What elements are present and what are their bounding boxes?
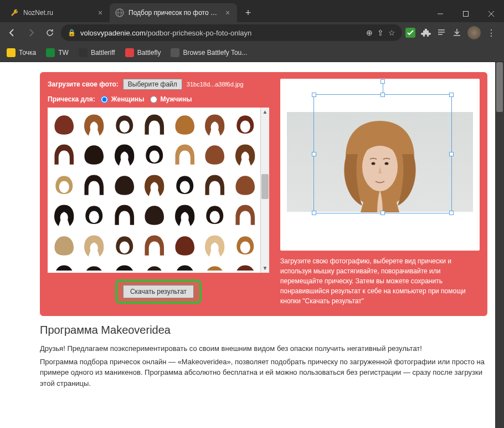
hair-option[interactable]	[171, 170, 199, 198]
resize-handle-se[interactable]	[449, 211, 454, 215]
download-icon[interactable]	[452, 28, 462, 38]
hair-option[interactable]	[201, 201, 229, 229]
menu-icon[interactable]: ⋮	[486, 28, 496, 38]
hair-option[interactable]	[171, 110, 199, 138]
svg-point-13	[89, 211, 99, 223]
hair-option[interactable]	[110, 231, 138, 259]
page-scrollbar[interactable]	[495, 62, 504, 428]
hair-option[interactable]	[50, 201, 78, 229]
resize-handle-ne[interactable]	[449, 93, 454, 97]
close-icon[interactable]: ×	[224, 9, 232, 17]
hair-option[interactable]	[110, 201, 138, 229]
scroll-up-arrow[interactable]: ▲	[261, 108, 269, 116]
minimize-button[interactable]	[428, 6, 453, 22]
hair-option[interactable]	[171, 231, 199, 259]
hair-option[interactable]	[110, 261, 138, 271]
grid-scrollbar[interactable]: ▲ ▼	[260, 108, 269, 273]
browser-tab-1[interactable]: Подбор причесок по фото онла ×	[110, 3, 237, 22]
browser-tab-0[interactable]: NozNet.ru ×	[4, 3, 110, 22]
hair-option[interactable]	[231, 170, 259, 198]
forward-button[interactable]	[23, 25, 39, 40]
hair-option[interactable]	[110, 110, 138, 138]
svg-point-14	[210, 211, 220, 223]
window-controls	[428, 6, 504, 22]
close-window-button[interactable]	[479, 6, 504, 22]
hair-option[interactable]	[171, 261, 199, 271]
hair-option[interactable]	[50, 231, 78, 259]
hair-option[interactable]	[141, 140, 169, 169]
svg-rect-4	[464, 12, 469, 17]
bookmark-item[interactable]: Точка	[7, 48, 36, 57]
article-section: Программа Makeoveridea Друзья! Предлагае…	[0, 316, 504, 389]
hair-option[interactable]	[171, 201, 199, 229]
resize-handle-nw[interactable]	[312, 93, 316, 97]
hair-option[interactable]	[231, 110, 259, 138]
profile-avatar[interactable]	[467, 26, 481, 39]
hair-option[interactable]	[80, 170, 109, 198]
preview-canvas[interactable]	[280, 79, 480, 251]
hair-option[interactable]	[231, 261, 259, 271]
hair-option[interactable]	[110, 140, 138, 169]
instructions-text: Загрузите свою фотографию, выберете вид …	[280, 256, 480, 306]
bookmark-item[interactable]: TW	[46, 48, 69, 57]
hair-option[interactable]	[201, 261, 229, 271]
svg-point-8	[119, 120, 129, 133]
reload-button[interactable]	[42, 25, 58, 40]
star-icon[interactable]: ☆	[388, 28, 395, 37]
choose-file-button[interactable]: Выберите файл	[123, 79, 182, 90]
bookmark-favicon	[171, 48, 179, 57]
bookmark-item[interactable]: Battlefly	[125, 48, 161, 57]
hair-option[interactable]	[141, 110, 169, 138]
back-button[interactable]	[4, 25, 20, 40]
resize-handle-sw[interactable]	[312, 211, 316, 215]
hair-option[interactable]	[80, 201, 109, 229]
download-result-button[interactable]: Скачать результат	[123, 285, 194, 298]
reading-list-icon[interactable]	[436, 28, 446, 38]
resize-handle-n[interactable]	[380, 93, 385, 97]
grid-scrollbar-thumb[interactable]	[261, 174, 269, 199]
hair-option[interactable]	[141, 231, 169, 259]
checkmark-extension-icon[interactable]	[405, 28, 415, 38]
hair-option[interactable]	[201, 170, 229, 198]
hair-option[interactable]	[50, 140, 78, 169]
gender-radio-female[interactable]	[101, 96, 108, 103]
hair-option[interactable]	[231, 201, 259, 229]
bookmark-item[interactable]: Battleriff	[79, 48, 115, 57]
hair-option[interactable]	[50, 170, 78, 198]
hair-option[interactable]	[80, 140, 109, 169]
hair-option[interactable]	[231, 140, 259, 169]
page-viewport: Загрузите свое фото: Выберите файл 31bc1…	[0, 62, 504, 428]
svg-point-12	[179, 181, 189, 193]
scroll-down-arrow[interactable]: ▼	[261, 264, 269, 273]
resize-handle-e[interactable]	[449, 152, 454, 156]
hair-option[interactable]	[80, 110, 109, 138]
new-tab-button[interactable]: +	[240, 5, 256, 21]
maximize-button[interactable]	[453, 6, 479, 22]
hair-option[interactable]	[50, 261, 78, 271]
selection-box[interactable]	[313, 94, 452, 213]
hair-option[interactable]	[201, 140, 229, 169]
resize-handle-s[interactable]	[380, 211, 385, 215]
scrollbar-thumb[interactable]	[496, 62, 503, 112]
address-bar[interactable]: 🔒 volosvypadenie.com/podbor-prichesok-po…	[61, 24, 402, 41]
share-icon[interactable]: ⇪	[377, 28, 384, 37]
hair-option[interactable]	[80, 261, 109, 271]
hair-option[interactable]	[80, 231, 109, 259]
rotation-handle[interactable]	[380, 79, 385, 84]
svg-point-10	[150, 150, 160, 162]
hair-option[interactable]	[201, 231, 229, 259]
hair-option[interactable]	[110, 170, 138, 198]
extensions-icon[interactable]	[421, 28, 431, 38]
resize-handle-w[interactable]	[312, 152, 316, 156]
hair-option[interactable]	[141, 170, 169, 198]
hair-option[interactable]	[201, 110, 229, 138]
hair-option[interactable]	[141, 261, 169, 271]
gender-radio-male[interactable]	[150, 96, 157, 103]
bookmark-item[interactable]: Browse Battlefy Tou...	[171, 48, 247, 57]
hair-option[interactable]	[171, 140, 199, 169]
zoom-icon[interactable]: ⊕	[366, 28, 373, 37]
close-icon[interactable]: ×	[96, 9, 104, 17]
hair-option[interactable]	[141, 201, 169, 229]
hair-option[interactable]	[50, 110, 78, 138]
hair-option[interactable]	[231, 231, 259, 259]
